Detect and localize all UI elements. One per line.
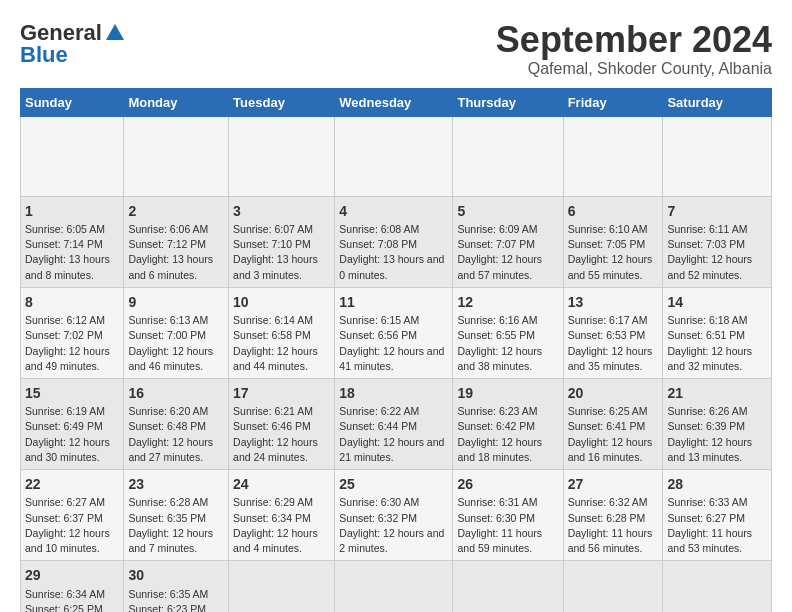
table-cell: 17Sunrise: 6:21 AMSunset: 6:46 PMDayligh… (229, 378, 335, 469)
col-wednesday: Wednesday (335, 88, 453, 116)
table-cell: 5Sunrise: 6:09 AMSunset: 7:07 PMDaylight… (453, 196, 563, 287)
table-cell: 3Sunrise: 6:07 AMSunset: 7:10 PMDaylight… (229, 196, 335, 287)
col-thursday: Thursday (453, 88, 563, 116)
table-row (21, 116, 772, 196)
table-cell: 12Sunrise: 6:16 AMSunset: 6:55 PMDayligh… (453, 287, 563, 378)
table-cell (335, 116, 453, 196)
table-cell: 16Sunrise: 6:20 AMSunset: 6:48 PMDayligh… (124, 378, 229, 469)
table-cell: 8Sunrise: 6:12 AMSunset: 7:02 PMDaylight… (21, 287, 124, 378)
table-cell (124, 116, 229, 196)
table-row: 15Sunrise: 6:19 AMSunset: 6:49 PMDayligh… (21, 378, 772, 469)
calendar-table: Sunday Monday Tuesday Wednesday Thursday… (20, 88, 772, 612)
table-cell: 18Sunrise: 6:22 AMSunset: 6:44 PMDayligh… (335, 378, 453, 469)
table-cell (229, 116, 335, 196)
col-saturday: Saturday (663, 88, 772, 116)
table-cell: 20Sunrise: 6:25 AMSunset: 6:41 PMDayligh… (563, 378, 663, 469)
table-cell (663, 116, 772, 196)
table-cell: 7Sunrise: 6:11 AMSunset: 7:03 PMDaylight… (663, 196, 772, 287)
page-subtitle: Qafemal, Shkoder County, Albania (496, 60, 772, 78)
table-cell: 26Sunrise: 6:31 AMSunset: 6:30 PMDayligh… (453, 470, 563, 561)
table-cell: 1Sunrise: 6:05 AMSunset: 7:14 PMDaylight… (21, 196, 124, 287)
col-tuesday: Tuesday (229, 88, 335, 116)
table-cell (663, 561, 772, 612)
col-friday: Friday (563, 88, 663, 116)
table-cell: 25Sunrise: 6:30 AMSunset: 6:32 PMDayligh… (335, 470, 453, 561)
logo: General Blue (20, 20, 126, 68)
table-cell: 28Sunrise: 6:33 AMSunset: 6:27 PMDayligh… (663, 470, 772, 561)
header-row: Sunday Monday Tuesday Wednesday Thursday… (21, 88, 772, 116)
table-cell: 19Sunrise: 6:23 AMSunset: 6:42 PMDayligh… (453, 378, 563, 469)
svg-marker-0 (106, 24, 124, 40)
table-cell: 29Sunrise: 6:34 AMSunset: 6:25 PMDayligh… (21, 561, 124, 612)
table-cell: 30Sunrise: 6:35 AMSunset: 6:23 PMDayligh… (124, 561, 229, 612)
table-cell: 4Sunrise: 6:08 AMSunset: 7:08 PMDaylight… (335, 196, 453, 287)
col-monday: Monday (124, 88, 229, 116)
table-cell: 2Sunrise: 6:06 AMSunset: 7:12 PMDaylight… (124, 196, 229, 287)
table-cell (229, 561, 335, 612)
table-cell: 24Sunrise: 6:29 AMSunset: 6:34 PMDayligh… (229, 470, 335, 561)
table-cell (21, 116, 124, 196)
table-cell: 9Sunrise: 6:13 AMSunset: 7:00 PMDaylight… (124, 287, 229, 378)
table-cell (563, 116, 663, 196)
table-row: 1Sunrise: 6:05 AMSunset: 7:14 PMDaylight… (21, 196, 772, 287)
table-cell (335, 561, 453, 612)
table-cell: 22Sunrise: 6:27 AMSunset: 6:37 PMDayligh… (21, 470, 124, 561)
table-cell: 21Sunrise: 6:26 AMSunset: 6:39 PMDayligh… (663, 378, 772, 469)
table-cell: 6Sunrise: 6:10 AMSunset: 7:05 PMDaylight… (563, 196, 663, 287)
table-row: 8Sunrise: 6:12 AMSunset: 7:02 PMDaylight… (21, 287, 772, 378)
table-row: 29Sunrise: 6:34 AMSunset: 6:25 PMDayligh… (21, 561, 772, 612)
table-cell: 11Sunrise: 6:15 AMSunset: 6:56 PMDayligh… (335, 287, 453, 378)
title-block: September 2024 Qafemal, Shkoder County, … (496, 20, 772, 78)
table-row: 22Sunrise: 6:27 AMSunset: 6:37 PMDayligh… (21, 470, 772, 561)
table-cell (453, 561, 563, 612)
table-cell: 14Sunrise: 6:18 AMSunset: 6:51 PMDayligh… (663, 287, 772, 378)
logo-icon (104, 22, 126, 44)
table-cell (563, 561, 663, 612)
table-cell (453, 116, 563, 196)
table-cell: 15Sunrise: 6:19 AMSunset: 6:49 PMDayligh… (21, 378, 124, 469)
table-cell: 27Sunrise: 6:32 AMSunset: 6:28 PMDayligh… (563, 470, 663, 561)
page-title: September 2024 (496, 20, 772, 60)
table-cell: 13Sunrise: 6:17 AMSunset: 6:53 PMDayligh… (563, 287, 663, 378)
logo-blue: Blue (20, 42, 68, 68)
table-cell: 23Sunrise: 6:28 AMSunset: 6:35 PMDayligh… (124, 470, 229, 561)
table-cell: 10Sunrise: 6:14 AMSunset: 6:58 PMDayligh… (229, 287, 335, 378)
col-sunday: Sunday (21, 88, 124, 116)
page-header: General Blue September 2024 Qafemal, Shk… (20, 20, 772, 78)
